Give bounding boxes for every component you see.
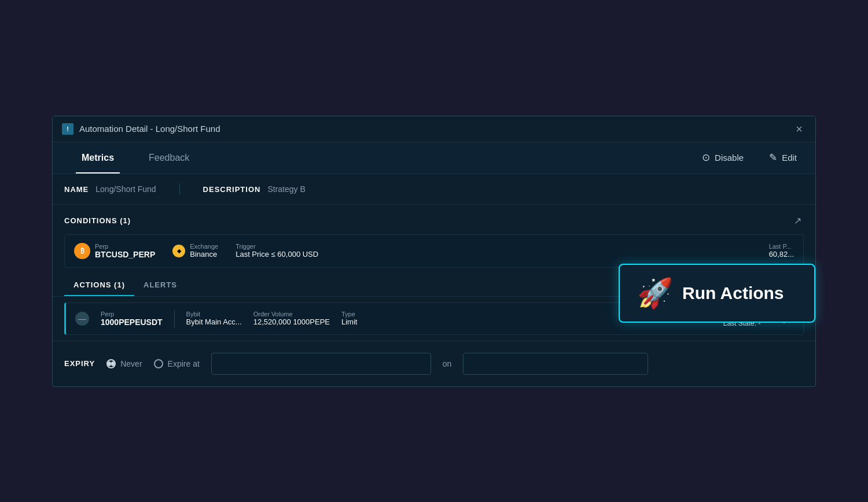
expiry-section: EXPIRY Never Expire at on [53, 341, 815, 386]
condition-asset-type: Perp [95, 243, 155, 250]
actions-tabs-left: ACTIONS (1) ALERTS [64, 274, 186, 296]
expiry-date-input[interactable] [463, 353, 648, 375]
action-order-volume-block: Order Volume 12,520,000 1000PEPE [253, 311, 330, 326]
edit-icon: ✎ [769, 152, 777, 164]
tab-alerts[interactable]: ALERTS [134, 274, 186, 296]
conditions-title: CONDITIONS (1) [64, 216, 131, 225]
action-asset-type: Perp [101, 311, 163, 318]
disable-label: Disable [715, 153, 744, 163]
conditions-section: CONDITIONS (1) ↗ ₿ Perp BTCUSD_PERP ◆ Ex… [53, 205, 815, 268]
radio-expire-at[interactable]: Expire at [154, 359, 200, 368]
popup-run-actions-text: Run Actions [682, 283, 784, 303]
meta-divider [179, 183, 180, 195]
action-asset-name: 1000PEPEUSDT [101, 318, 163, 327]
condition-asset-block: Perp BTCUSD_PERP [95, 243, 155, 259]
run-actions-popup: 🚀 Run Actions [619, 264, 815, 323]
action-type-block: Type Limit [341, 311, 357, 326]
tabs-bar: Metrics Feedback ⊙ Disable ✎ Edit [53, 142, 815, 174]
condition-last-price-value: 60,82... [769, 250, 794, 259]
expiry-label: EXPIRY [64, 359, 95, 368]
action-type-value: Limit [341, 318, 357, 326]
tabs-left: Metrics Feedback [64, 142, 695, 174]
edit-label: Edit [782, 153, 797, 163]
action-divider [174, 310, 175, 327]
name-item: NAME Long/Short Fund [64, 184, 156, 194]
condition-trigger-label: Trigger [236, 243, 318, 250]
condition-last-price-label: Last P... [769, 243, 794, 250]
expiry-datetime-input[interactable] [211, 353, 431, 375]
radio-never[interactable]: Never [106, 359, 142, 368]
expand-conditions-button[interactable]: ↗ [792, 213, 804, 228]
meta-row: NAME Long/Short Fund DESCRIPTION Strateg… [53, 174, 815, 205]
section-controls: ↗ [792, 213, 804, 228]
tab-actions[interactable]: ACTIONS (1) [64, 274, 134, 296]
action-exchange-block: Bybit Bybit Main Acc... [186, 311, 242, 326]
description-label: DESCRIPTION [203, 185, 261, 194]
action-asset-block: Perp 1000PEPEUSDT [101, 311, 163, 327]
disable-icon: ⊙ [702, 152, 710, 164]
close-button[interactable]: × [792, 122, 806, 136]
disable-button[interactable]: ⊙ Disable [695, 147, 751, 168]
tab-metrics[interactable]: Metrics [64, 142, 131, 174]
edit-button[interactable]: ✎ Edit [762, 147, 804, 168]
action-order-volume-label: Order Volume [253, 311, 330, 318]
binance-icon: ◆ [172, 245, 185, 257]
radio-expire-circle [154, 359, 163, 368]
description-item: DESCRIPTION Strategy B [203, 184, 306, 194]
automation-detail-window: ! Automation Detail - Long/Short Fund × … [52, 116, 816, 387]
condition-exchange-block: Exchange Binance [190, 243, 218, 259]
name-label: NAME [64, 185, 89, 194]
condition-exchange-label: Exchange [190, 243, 218, 250]
tab-feedback[interactable]: Feedback [131, 142, 207, 174]
radio-never-circle [106, 359, 116, 368]
condition-trigger-value: Last Price ≤ 60,000 USD [236, 250, 318, 259]
app-icon: ! [62, 123, 73, 135]
action-exchange-label: Bybit [186, 311, 242, 318]
action-exchange-value: Bybit Main Acc... [186, 318, 242, 326]
title-bar-left: ! Automation Detail - Long/Short Fund [62, 123, 220, 135]
condition-row: ₿ Perp BTCUSD_PERP ◆ Exchange Binance Tr… [64, 234, 804, 268]
name-value: Long/Short Fund [95, 184, 156, 194]
condition-exchange-value: Binance [190, 250, 218, 259]
tabs-right: ⊙ Disable ✎ Edit [695, 147, 804, 168]
condition-asset-info: ₿ Perp BTCUSD_PERP [74, 243, 155, 259]
on-label: on [443, 359, 452, 368]
popup-rocket-icon: 🚀 [637, 276, 673, 310]
condition-last-price-block: Last P... 60,82... [769, 243, 794, 259]
radio-expire-label: Expire at [168, 359, 200, 368]
title-bar: ! Automation Detail - Long/Short Fund × [53, 116, 815, 142]
radio-never-label: Never [120, 359, 142, 368]
btc-icon: ₿ [74, 243, 90, 259]
window-title: Automation Detail - Long/Short Fund [79, 124, 220, 134]
description-value: Strategy B [267, 184, 305, 194]
conditions-header: CONDITIONS (1) ↗ [64, 213, 804, 228]
condition-asset-name: BTCUSD_PERP [95, 250, 155, 259]
action-indicator: — [75, 312, 89, 326]
condition-exchange-info: ◆ Exchange Binance [172, 243, 218, 259]
condition-trigger-block: Trigger Last Price ≤ 60,000 USD [236, 243, 318, 259]
action-type-label: Type [341, 311, 357, 318]
action-order-volume-value: 12,520,000 1000PEPE [253, 318, 330, 326]
radio-group: Never Expire at [106, 359, 200, 368]
